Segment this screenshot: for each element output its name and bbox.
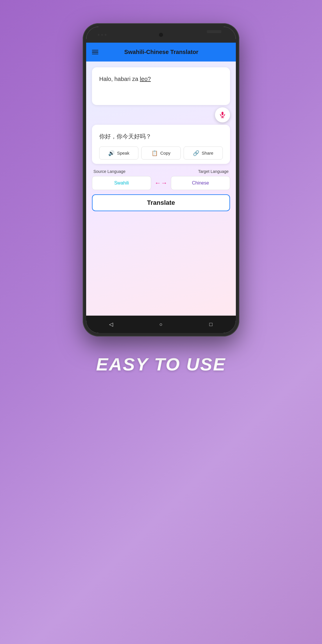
svg-rect-0 (222, 112, 224, 115)
main-content: Halo, habari za leo? (86, 61, 236, 316)
copy-button[interactable]: 📋 Copy (141, 146, 180, 160)
speaker-icon: 🔊 (108, 150, 115, 156)
swap-languages-button[interactable]: ←→ (154, 176, 168, 190)
share-label: Share (202, 151, 213, 155)
input-text: Halo, habari za leo? (99, 75, 223, 83)
input-card[interactable]: Halo, habari za leo? (92, 67, 230, 105)
hamburger-line (92, 54, 98, 55)
underlined-word: leo? (140, 76, 151, 82)
phone-outer-shell: Swahili-Chinese Translator Halo, habari … (83, 23, 239, 337)
app-title: Swahili-Chinese Translator (104, 49, 218, 55)
home-icon: ○ (160, 321, 163, 328)
status-bar (86, 27, 236, 43)
copy-label: Copy (160, 151, 170, 155)
bottom-navigation: ◁ ○ □ (86, 316, 236, 333)
target-language-button[interactable]: Chinese (171, 176, 230, 190)
mic-button[interactable] (215, 107, 230, 122)
mic-button-wrapper (92, 107, 230, 122)
recent-apps-button[interactable]: □ (206, 319, 216, 330)
menu-button[interactable] (92, 50, 98, 55)
camera-dot (159, 33, 163, 37)
back-button[interactable]: ◁ (106, 319, 116, 330)
tagline-section: EASY TO USE (96, 354, 226, 375)
lang-label-row: Source Language Target Language (92, 169, 230, 174)
speak-label: Speak (117, 151, 129, 155)
language-selector: Source Language Target Language Swahili … (92, 169, 230, 190)
phone-device: Swahili-Chinese Translator Halo, habari … (83, 23, 239, 337)
lang-row: Swahili ←→ Chinese (92, 176, 230, 190)
share-button[interactable]: 🔗 Share (184, 146, 223, 160)
app-toolbar: Swahili-Chinese Translator (86, 43, 236, 61)
source-language-button[interactable]: Swahili (92, 176, 151, 190)
microphone-icon (219, 111, 226, 119)
target-language-label: Target Language (198, 169, 229, 174)
output-card: 你好，你今天好吗？ 🔊 Speak 📋 Copy 🔗 (92, 125, 230, 164)
home-button[interactable]: ○ (156, 319, 166, 330)
hamburger-line (92, 52, 98, 53)
speaker-grill (207, 30, 221, 33)
sensor-dot (101, 34, 103, 36)
speak-button[interactable]: 🔊 Speak (99, 146, 138, 160)
sensor-dot (105, 34, 106, 36)
tagline-text: EASY TO USE (96, 354, 226, 375)
copy-icon: 📋 (151, 150, 158, 156)
phone-screen: Swahili-Chinese Translator Halo, habari … (86, 27, 236, 333)
back-icon: ◁ (109, 321, 113, 328)
swap-icon: ←→ (155, 179, 167, 187)
output-text: 你好，你今天好吗？ (99, 132, 223, 141)
share-icon: 🔗 (193, 150, 199, 156)
sensor-dot (98, 34, 100, 36)
hamburger-line (92, 50, 98, 51)
action-buttons: 🔊 Speak 📋 Copy 🔗 Share (99, 146, 223, 160)
recent-icon: □ (209, 321, 213, 328)
source-language-label: Source Language (93, 169, 126, 174)
translate-button[interactable]: Translate (92, 194, 230, 211)
